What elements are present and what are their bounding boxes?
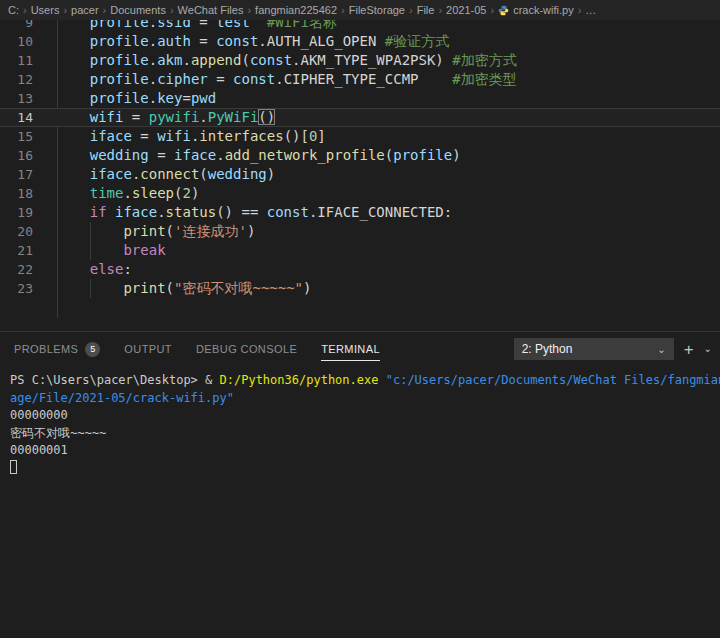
line-number: 16 — [0, 146, 33, 165]
breadcrumb-separator: › — [23, 4, 27, 16]
code-line-19[interactable]: 19 if iface.status() == const.IFACE_CONN… — [0, 203, 720, 222]
terminal-line: age/File/2021-05/crack-wifi.py" — [10, 390, 720, 408]
code-line-12[interactable]: 12 profile.cipher = const.CIPHER_TYPE_CC… — [0, 70, 720, 89]
code-line-13[interactable]: 13 profile.key=pwd — [0, 89, 720, 108]
panel-tab-label: DEBUG CONSOLE — [196, 343, 297, 355]
line-number: 17 — [0, 165, 33, 184]
breadcrumb-item[interactable]: C: — [8, 4, 19, 16]
code-line-18[interactable]: 18 time.sleep(2) — [0, 184, 720, 203]
breadcrumb-overflow[interactable]: … — [585, 4, 596, 16]
line-number: 22 — [0, 260, 33, 279]
code-text: profile.akm.append(const.AKM_TYPE_WPA2PS… — [33, 51, 517, 70]
line-number: 11 — [0, 51, 33, 70]
breadcrumb-separator: › — [578, 4, 582, 16]
breadcrumb-item[interactable]: fangmian225462 — [255, 4, 337, 16]
code-line-15[interactable]: 15 iface = wifi.interfaces()[0] — [0, 127, 720, 146]
line-number: 14 — [0, 109, 33, 126]
breadcrumb-file[interactable]: crack-wifi.py — [498, 4, 574, 16]
breadcrumb-separator: › — [63, 4, 67, 16]
terminal-line: 00000000 — [10, 407, 720, 425]
breadcrumb-item[interactable]: WeChat Files — [178, 4, 244, 16]
code-text: print('连接成功') — [33, 222, 255, 241]
code-text: wifi = pywifi.PyWiFi() — [33, 109, 275, 126]
breadcrumb: C:›Users›pacer›Documents›WeChat Files›fa… — [0, 0, 720, 20]
line-number: 21 — [0, 241, 33, 260]
breadcrumb-item[interactable]: FileStorage — [349, 4, 405, 16]
line-number: 10 — [0, 32, 33, 51]
code-editor[interactable]: 9 profile.ssid = test #WiFi名称10 profile.… — [0, 20, 720, 331]
code-line-20[interactable]: 20 print('连接成功') — [0, 222, 720, 241]
code-line-10[interactable]: 10 profile.auth = const.AUTH_ALG_OPEN #验… — [0, 32, 720, 51]
terminal-instance-select[interactable]: 2: Python ⌄ — [514, 338, 674, 360]
line-number: 13 — [0, 89, 33, 108]
code-text: else: — [33, 260, 132, 279]
code-line-17[interactable]: 17 iface.connect(wedding) — [0, 165, 720, 184]
line-number: 23 — [0, 279, 33, 298]
line-number: 9 — [0, 20, 33, 32]
code-line-21[interactable]: 21 break — [0, 241, 720, 260]
panel-tab-label: PROBLEMS — [14, 343, 78, 355]
python-icon — [498, 5, 509, 16]
panel-tab-terminal[interactable]: TERMINAL — [321, 332, 380, 366]
breadcrumb-item[interactable]: Users — [31, 4, 60, 16]
terminal-line: 00000001 — [10, 442, 720, 460]
problems-count-badge: 5 — [85, 342, 100, 357]
code-text: wedding = iface.add_network_profile(prof… — [33, 146, 461, 165]
code-text: iface = wifi.interfaces()[0] — [33, 127, 326, 146]
breadcrumb-separator: › — [438, 4, 442, 16]
terminal-cursor-line — [10, 460, 720, 478]
panel-header: PROBLEMS5OUTPUTDEBUG CONSOLETERMINAL 2: … — [0, 332, 720, 366]
panel-tab-label: OUTPUT — [124, 343, 172, 355]
terminal-line: PS C:\Users\pacer\Desktop> & D:/Python36… — [10, 372, 720, 390]
breadcrumb-separator: › — [409, 4, 413, 16]
code-line-14[interactable]: 14 wifi = pywifi.PyWiFi() — [0, 108, 720, 127]
line-number: 12 — [0, 70, 33, 89]
bottom-panel: PROBLEMS5OUTPUTDEBUG CONSOLETERMINAL 2: … — [0, 331, 720, 477]
chevron-down-icon: ⌄ — [657, 344, 665, 355]
breadcrumb-separator: › — [170, 4, 174, 16]
breadcrumb-separator: › — [247, 4, 251, 16]
line-number: 15 — [0, 127, 33, 146]
code-text: iface.connect(wedding) — [33, 165, 275, 184]
code-text: print("密码不对哦~~~~~") — [33, 279, 311, 298]
terminal-output[interactable]: PS C:\Users\pacer\Desktop> & D:/Python36… — [0, 366, 720, 477]
code-line-9[interactable]: 9 profile.ssid = test #WiFi名称 — [0, 20, 720, 32]
panel-tab-debug-console[interactable]: DEBUG CONSOLE — [196, 332, 297, 366]
breadcrumb-item[interactable]: Documents — [110, 4, 166, 16]
code-text: time.sleep(2) — [33, 184, 199, 203]
breadcrumb-file-label: crack-wifi.py — [513, 4, 574, 16]
terminal-select-value: 2: Python — [522, 342, 573, 356]
breadcrumb-item[interactable]: 2021-05 — [446, 4, 486, 16]
code-text: if iface.status() == const.IFACE_CONNECT… — [33, 203, 452, 222]
code-line-22[interactable]: 22 else: — [0, 260, 720, 279]
line-number: 20 — [0, 222, 33, 241]
panel-tab-problems[interactable]: PROBLEMS5 — [14, 332, 100, 366]
code-text: profile.auth = const.AUTH_ALG_OPEN #验证方式 — [33, 32, 449, 51]
panel-tab-label: TERMINAL — [321, 343, 380, 355]
code-text: break — [33, 241, 166, 260]
code-text: profile.key=pwd — [33, 89, 216, 108]
code-line-16[interactable]: 16 wedding = iface.add_network_profile(p… — [0, 146, 720, 165]
panel-tab-output[interactable]: OUTPUT — [124, 332, 172, 366]
code-text: profile.cipher = const.CIPHER_TYPE_CCMP … — [33, 70, 517, 89]
terminal-line: 密码不对哦~~~~~ — [10, 425, 720, 443]
breadcrumb-item[interactable]: File — [417, 4, 435, 16]
code-line-23[interactable]: 23 print("密码不对哦~~~~~") — [0, 279, 720, 298]
line-number: 19 — [0, 203, 33, 222]
line-number: 18 — [0, 184, 33, 203]
breadcrumb-item[interactable]: pacer — [71, 4, 99, 16]
breadcrumb-separator: › — [490, 4, 494, 16]
breadcrumb-separator: › — [103, 4, 107, 16]
terminal-dropdown-chevron-icon[interactable]: ⌄ — [704, 344, 712, 354]
new-terminal-button[interactable]: + — [684, 341, 694, 358]
code-line-11[interactable]: 11 profile.akm.append(const.AKM_TYPE_WPA… — [0, 51, 720, 70]
terminal-cursor — [10, 460, 17, 474]
code-text: profile.ssid = test #WiFi名称 — [33, 20, 337, 32]
breadcrumb-separator: › — [341, 4, 345, 16]
